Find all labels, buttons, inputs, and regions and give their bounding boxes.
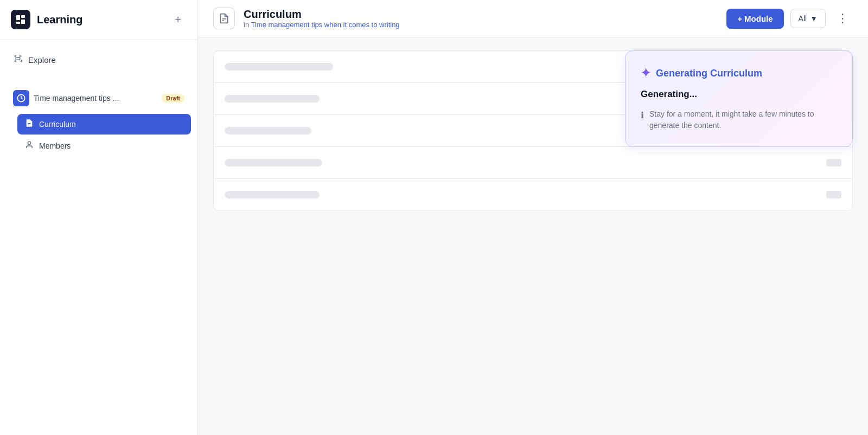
explore-icon — [13, 54, 23, 66]
header-subtitle: in Time management tips when it comes to… — [244, 21, 400, 29]
members-label: Members — [39, 142, 71, 150]
header-right: + Module All ▼ ⋮ — [726, 9, 853, 29]
add-button[interactable]: + — [169, 11, 187, 28]
generating-panel: ✦ Generating Curriculum Generating... ℹ … — [625, 50, 853, 147]
info-icon: ℹ — [641, 109, 644, 122]
svg-rect-3 — [16, 22, 20, 24]
header-text: Curriculum in Time management tips when … — [244, 8, 400, 29]
more-options-button[interactable]: ⋮ — [832, 9, 853, 28]
svg-rect-4 — [16, 57, 20, 60]
members-icon — [25, 140, 34, 151]
skeleton-card-5 — [213, 178, 853, 211]
page-title: Curriculum — [244, 8, 400, 21]
skeleton-card-4 — [213, 146, 853, 178]
app-icon — [11, 10, 30, 29]
sub-nav-item-members[interactable]: Members — [17, 136, 191, 156]
explore-label: Explore — [28, 55, 56, 65]
curriculum-icon — [25, 119, 34, 130]
subtitle-prefix: in — [244, 21, 249, 29]
skeleton-bar — [225, 159, 322, 167]
sub-nav-item-curriculum[interactable]: Curriculum — [17, 114, 191, 135]
skeleton-handle — [826, 159, 841, 167]
skeleton-handle — [826, 191, 841, 199]
filter-button[interactable]: All ▼ — [790, 9, 826, 28]
sidebar: Learning + Explore Time management tips … — [0, 0, 198, 435]
svg-rect-1 — [21, 15, 25, 18]
sidebar-brand: Learning — [11, 10, 82, 29]
svg-rect-2 — [21, 20, 25, 24]
sidebar-item-explore[interactable]: Explore — [7, 48, 191, 72]
generating-info: ℹ Stay for a moment, it might take a few… — [641, 108, 837, 131]
skeleton-bar — [225, 127, 311, 135]
sidebar-nav: Explore — [0, 40, 197, 80]
svg-point-8 — [28, 142, 30, 144]
generating-status: Generating... — [641, 89, 837, 100]
chevron-down-icon: ▼ — [810, 14, 818, 23]
svg-rect-0 — [16, 15, 20, 20]
skeleton-bar — [225, 95, 320, 103]
generating-title-text: Generating Curriculum — [656, 68, 762, 79]
curriculum-label: Curriculum — [39, 120, 76, 129]
course-icon — [13, 90, 29, 106]
subtitle-link[interactable]: Time management tips when it comes to wr… — [251, 21, 400, 29]
sub-nav: Curriculum Members — [7, 112, 191, 156]
course-item[interactable]: Time management tips ... Draft — [7, 85, 191, 112]
main-header: Curriculum in Time management tips when … — [198, 0, 868, 37]
add-module-button[interactable]: + Module — [726, 9, 783, 29]
course-name: Time management tips ... — [34, 94, 157, 103]
header-page-icon — [213, 8, 235, 29]
main-content: Curriculum in Time management tips when … — [198, 0, 868, 435]
course-section: Time management tips ... Draft Curriculu… — [0, 85, 197, 156]
sidebar-title: Learning — [37, 14, 82, 26]
main-body: ✦ Generating Curriculum Generating... ℹ … — [198, 37, 868, 435]
sparkle-icon: ✦ — [641, 66, 650, 80]
generating-info-text: Stay for a moment, it might take a few m… — [649, 108, 837, 131]
sidebar-header: Learning + — [0, 0, 197, 40]
filter-label: All — [799, 14, 807, 23]
header-left: Curriculum in Time management tips when … — [213, 8, 400, 29]
skeleton-bar — [225, 63, 333, 71]
draft-badge: Draft — [162, 94, 184, 103]
skeleton-bar — [225, 191, 320, 199]
generating-title: ✦ Generating Curriculum — [641, 66, 837, 80]
